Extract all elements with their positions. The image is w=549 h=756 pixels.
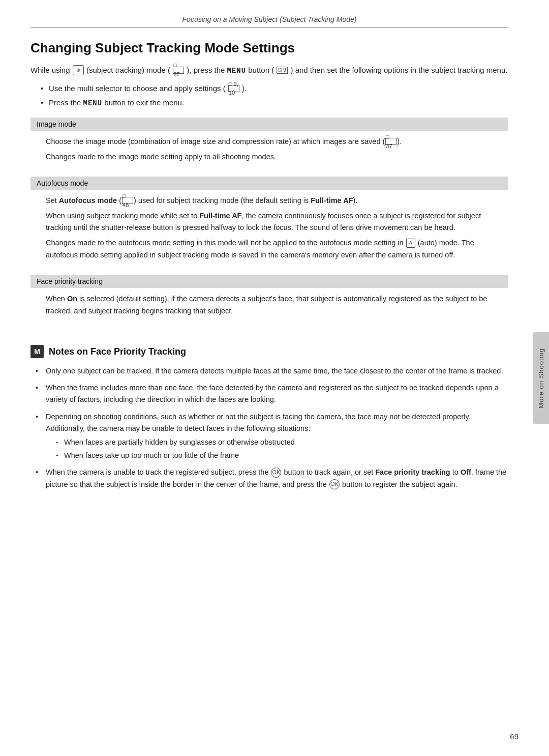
notes-item-2: When the frame includes more than one fa… [36, 382, 508, 405]
notes-header: M Notes on Face Priority Tracking [30, 345, 508, 358]
page-number: 69 [510, 732, 518, 741]
image-mode-header: Image mode [30, 118, 508, 131]
image-mode-para2: Changes made to the image mode setting a… [46, 151, 493, 163]
intro-text1b: ), press the [187, 66, 227, 74]
autofocus-para1: Set Autofocus mode (□ 48) used for subje… [46, 195, 493, 207]
autofocus-mode-header: Autofocus mode [30, 177, 508, 190]
side-tab: More on Shooting [533, 332, 549, 424]
ok-icon-2: OK [329, 479, 340, 489]
auto-icon: A [406, 239, 415, 248]
face-priority-para1: When On is selected (default setting), i… [46, 293, 493, 317]
face-priority-section: Face priority tracking When On is select… [30, 275, 508, 329]
chapter-title: Changing Subject Tracking Mode Settings [30, 40, 508, 56]
intro-text1d: ) and then set the following options in … [291, 66, 508, 74]
notes-sub-item-1: When faces are partially hidden by sungl… [56, 437, 508, 448]
main-content: Focusing on a Moving Subject (Subject Tr… [0, 0, 549, 756]
page-header: Focusing on a Moving Subject (Subject Tr… [30, 15, 508, 28]
autofocus-mode-section: Autofocus mode Set Autofocus mode (□ 48)… [30, 177, 508, 273]
notes-section: M Notes on Face Priority Tracking Only o… [30, 345, 508, 490]
notes-item-4: When the camera is unable to track the r… [36, 467, 508, 490]
intro-text1: (subject tracking) mode ( [86, 66, 170, 74]
header-text: Focusing on a Moving Subject (Subject Tr… [182, 15, 357, 23]
notes-item-3: Depending on shooting conditions, such a… [36, 411, 508, 462]
subject-tracking-icon: ⊕ [73, 65, 84, 75]
ref-box-1: □ 67 [173, 67, 184, 74]
ok-icon: OK [271, 468, 281, 478]
notes-list: Only one subject can be tracked. If the … [36, 365, 508, 490]
page-wrapper: Focusing on a Moving Subject (Subject Tr… [0, 0, 549, 756]
intro-paragraph: While using ⊕ (subject tracking) mode ( … [30, 64, 508, 76]
intro-text1c: button ( [248, 66, 274, 74]
notes-sub-item-2: When faces take up too much or too littl… [56, 450, 508, 461]
notes-sub-list: When faces are partially hidden by sungl… [56, 437, 508, 461]
notes-icon: M [30, 345, 44, 358]
image-mode-body: Choose the image mode (combination of im… [30, 131, 508, 175]
bullet-1: Use the multi selector to choose and app… [41, 82, 508, 95]
notes-item-1: Only one subject can be tracked. If the … [36, 365, 508, 377]
face-priority-header: Face priority tracking [30, 275, 508, 288]
side-tab-text: More on Shooting [537, 348, 545, 409]
image-mode-para1: Choose the image mode (combination of im… [46, 136, 493, 148]
while-using-text: While using [30, 66, 70, 74]
bullet-2: Press the MENU button to exit the menu. [41, 97, 508, 109]
notes-title: Notes on Face Priority Tracking [49, 346, 186, 357]
autofocus-para2: When using subject tracking mode while s… [46, 210, 493, 235]
ref-box-2: □ 9 [277, 67, 288, 74]
image-mode-section: Image mode Choose the image mode (combin… [30, 118, 508, 175]
intro-bullets: Use the multi selector to choose and app… [41, 82, 508, 109]
menu-button-label: MENU [227, 67, 247, 75]
autofocus-mode-body: Set Autofocus mode (□ 48) used for subje… [30, 190, 508, 273]
autofocus-para3: Changes made to the autofocus mode setti… [46, 237, 493, 261]
face-priority-body: When On is selected (default setting), i… [30, 288, 508, 329]
